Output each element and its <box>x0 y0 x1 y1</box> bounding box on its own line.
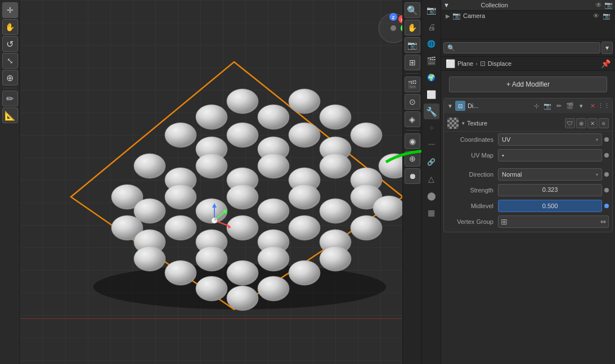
svg-point-5 <box>320 105 351 129</box>
strength-value: 0.323 <box>498 184 609 196</box>
local-view-btn[interactable]: ⊞ <box>405 55 420 70</box>
texture-shield-icon[interactable]: 🛡 <box>565 118 575 128</box>
svg-point-34 <box>165 215 196 240</box>
coordinates-dropdown[interactable]: UV ▾ <box>498 133 602 146</box>
material-properties-icon[interactable]: ⬤ <box>424 188 439 204</box>
strength-label: Strength <box>447 187 498 194</box>
breadcrumb-separator: › <box>475 60 478 67</box>
texture-delete-icon[interactable]: ✕ <box>587 118 598 128</box>
svg-point-40 <box>351 215 382 240</box>
strength-input[interactable]: 0.323 <box>498 184 602 196</box>
outliner-camera-item[interactable]: ▶ 📷 Camera 👁 📷 <box>441 11 615 21</box>
eye-icon[interactable]: 👁 <box>595 1 602 9</box>
move-tool[interactable]: ✋ <box>2 19 18 35</box>
physics-properties-icon[interactable]: 〰 <box>424 137 439 153</box>
texture-dropdown-btn[interactable]: ▾ <box>462 120 465 126</box>
add-modifier-row: + Add Modifier <box>441 71 615 98</box>
modifier-collapse-btn[interactable]: ▼ <box>447 103 453 109</box>
render-properties-icon[interactable]: 📷 <box>424 2 439 18</box>
constraints-properties-icon[interactable]: 🔗 <box>424 154 439 170</box>
direction-dropdown[interactable]: Normal ▾ <box>498 168 602 181</box>
modifier-camera-icon[interactable]: 🎬 <box>565 101 575 111</box>
svg-point-10 <box>289 123 320 147</box>
svg-point-42 <box>165 260 196 285</box>
texture-label: Texture <box>467 120 563 127</box>
outliner: ▼ Collection 👁 📷 ▶ 📷 Camera 👁 📷 <box>441 0 615 39</box>
zoom-in-btn[interactable]: 🔍 <box>405 2 420 18</box>
svg-point-48 <box>196 276 227 301</box>
modifier-filter-icon[interactable]: ⊹ <box>531 101 541 111</box>
camera-view-btn[interactable]: 📷 <box>405 37 420 53</box>
world-properties-icon[interactable]: 🌍 <box>424 70 439 86</box>
left-toolbar: ✛ ✋ ↺ ⤡ ⊕ ✏ 📐 <box>0 0 20 364</box>
texture-properties-icon[interactable]: ▦ <box>424 205 439 221</box>
uvmap-dot[interactable] <box>604 153 609 158</box>
green-arrow-annotation <box>380 140 421 168</box>
vertex-swap-icon[interactable]: ⇔ <box>600 218 606 226</box>
properties-panel: ▼ Collection 👁 📷 ▶ 📷 Camera 👁 📷 ▾ ⬜ Plan… <box>441 0 615 364</box>
output-properties-icon[interactable]: 🖨 <box>424 19 439 35</box>
modifier-block: ▼ ⊡ Di... ⊹ 📷 ✏ 🎬 ▾ ✕ ⋮⋮ ▾ Texture 🛡 <box>443 98 613 232</box>
modifier-content: ▾ Texture 🛡 ⊕ ✕ ≡ Coordinates UV ▾ <box>444 113 612 232</box>
object-properties-icon[interactable]: ⬜ <box>424 87 439 102</box>
measure-tool[interactable]: 📐 <box>2 107 18 123</box>
camera-render-icon[interactable]: 📷 <box>603 12 610 20</box>
mesh-object <box>54 28 420 332</box>
search-input[interactable] <box>443 42 600 53</box>
modifier-type-icon: ⊡ <box>455 101 465 111</box>
annotate-tool[interactable]: ✏ <box>2 91 18 106</box>
vertex-group-row: Vertex Group ⊞ ⇔ <box>444 214 612 230</box>
texture-copy-icon[interactable]: ⊕ <box>576 118 586 128</box>
svg-marker-56 <box>227 224 231 228</box>
breadcrumb-modifier[interactable]: Displace <box>488 60 511 67</box>
modifier-enabled-dropdown[interactable]: ▾ <box>576 101 586 111</box>
coordinates-value: UV ▾ <box>498 133 609 146</box>
uvmap-dot-text: • <box>502 152 504 159</box>
breadcrumb: ⬜ Plane › ⊡ Displace 📌 <box>441 57 615 71</box>
breadcrumb-icon: ⬜ <box>446 59 455 68</box>
cursor-tool[interactable]: ✛ <box>2 2 18 18</box>
modifier-header: ▼ ⊡ Di... ⊹ 📷 ✏ 🎬 ▾ ✕ ⋮⋮ <box>444 98 612 113</box>
xray-btn[interactable]: ◈ <box>405 111 420 127</box>
modifier-delete-btn[interactable]: ✕ <box>587 101 598 111</box>
svg-point-15 <box>196 154 227 178</box>
coordinates-label: Coordinates <box>447 136 498 143</box>
modifier-properties-icon[interactable]: 🔧 <box>424 104 439 119</box>
uvmap-value: • <box>498 149 609 161</box>
direction-dot[interactable] <box>604 172 609 177</box>
rotate-tool[interactable]: ↺ <box>2 36 18 52</box>
direction-label: Direction <box>447 171 498 178</box>
checkerboard-icon <box>447 118 459 129</box>
camera-icon: 📷 <box>452 12 461 20</box>
svg-point-17 <box>258 154 289 178</box>
camera-eye-icon[interactable]: 👁 <box>593 12 599 19</box>
scene-properties-icon[interactable]: 🎬 <box>424 53 439 69</box>
pin-btn[interactable]: 📌 <box>601 59 610 68</box>
overlay-btn[interactable]: ⊙ <box>405 94 420 110</box>
add-modifier-btn[interactable]: + Add Modifier <box>449 77 607 92</box>
particles-properties-icon[interactable]: ⁘ <box>424 120 439 136</box>
svg-point-4 <box>289 89 320 114</box>
view-layer-properties-icon[interactable]: 🌐 <box>424 36 439 52</box>
transform-tool[interactable]: ⊕ <box>2 70 18 86</box>
outliner-header-label: ▼ <box>443 2 481 8</box>
breadcrumb-object[interactable]: Plane <box>457 60 473 67</box>
coordinates-dot[interactable] <box>604 137 609 142</box>
autokey-btn[interactable]: ⏺ <box>405 168 420 184</box>
texture-browse-icon[interactable]: ≡ <box>599 118 609 128</box>
modifier-edit-icon[interactable]: ✏ <box>554 101 564 111</box>
modifier-menu-btn[interactable]: ⋮⋮ <box>599 101 609 111</box>
uvmap-input[interactable]: • <box>498 149 602 161</box>
scale-tool[interactable]: ⤡ <box>2 53 18 69</box>
pan-btn[interactable]: ✋ <box>405 20 420 35</box>
strength-dot[interactable] <box>604 188 609 192</box>
svg-point-24 <box>165 185 196 209</box>
midlevel-input[interactable]: 0.500 <box>498 200 602 212</box>
data-properties-icon[interactable]: △ <box>424 171 439 187</box>
render-preview-btn[interactable]: 🎬 <box>405 77 420 92</box>
search-dropdown-btn[interactable]: ▾ <box>601 42 613 54</box>
modifier-render-icon[interactable]: 📷 <box>542 101 553 111</box>
viewport[interactable]: Z Y X 🔍 ✋ 📷 ⊞ 🎬 ⊙ ◈ ◉ ⊕ ⏺ <box>20 0 421 364</box>
render-icon[interactable]: 📷 <box>604 1 613 9</box>
midlevel-dot[interactable] <box>604 204 609 208</box>
